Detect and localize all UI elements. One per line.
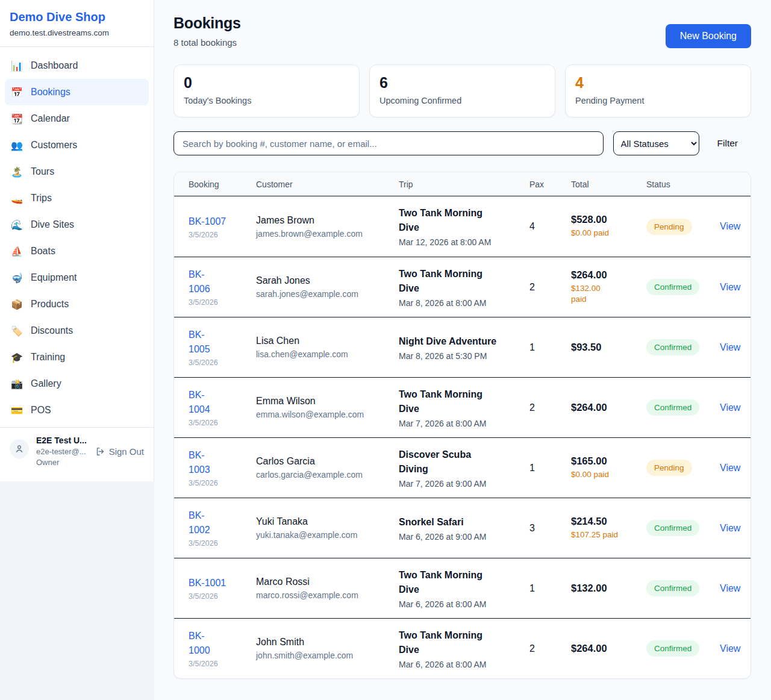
- customer-email: emma.wilson@example.com: [256, 410, 390, 419]
- credit-card-icon: 💳: [11, 405, 23, 416]
- view-link[interactable]: View: [720, 221, 740, 231]
- paid-amount: $132.00 paid: [571, 283, 638, 305]
- pax-count: 1: [529, 583, 571, 594]
- total-amount: $93.50: [571, 342, 638, 353]
- booking-id-link[interactable]: BK- 1005: [189, 328, 210, 357]
- total-amount: $165.00: [571, 455, 638, 467]
- booking-id-link[interactable]: BK- 1003: [189, 448, 210, 477]
- stats-row: 0 Today's Bookings 6 Upcoming Confirmed …: [173, 64, 751, 117]
- table-row: BK- 1000 3/5/2026 John Smith john.smith@…: [174, 618, 751, 678]
- customer-name: Lisa Chen: [256, 336, 390, 346]
- view-link[interactable]: View: [720, 342, 740, 352]
- booking-date: 3/5/2026: [189, 231, 248, 239]
- sidebar-item-equipment[interactable]: 🤿 Equipment: [5, 264, 149, 291]
- booking-id-link[interactable]: BK-1007: [189, 214, 226, 229]
- col-header-total: Total: [571, 180, 646, 189]
- stat-label: Pending Payment: [575, 96, 741, 105]
- table-header-row: Booking Customer Trip Pax Total Status: [174, 172, 751, 196]
- customer-name: James Brown: [256, 215, 390, 226]
- status-badge: Confirmed: [646, 339, 699, 355]
- trip-name: Discover Scuba Diving: [399, 448, 521, 477]
- trip-datetime: Mar 6, 2026 at 9:00 AM: [399, 532, 521, 542]
- sidebar-item-discounts[interactable]: 🏷️ Discounts: [5, 317, 149, 344]
- sidebar-item-dashboard[interactable]: 📊 Dashboard: [5, 52, 149, 79]
- sidebar-item-tours[interactable]: 🏝️ Tours: [5, 158, 149, 185]
- view-link[interactable]: View: [720, 402, 740, 413]
- sign-out-button[interactable]: Sign Out: [95, 446, 144, 457]
- sidebar-item-label: Gallery: [31, 378, 61, 389]
- sidebar-item-bookings[interactable]: 📅 Bookings: [5, 79, 149, 105]
- stat-value: 6: [379, 74, 545, 92]
- stat-value: 4: [575, 74, 741, 92]
- sidebar-item-pos[interactable]: 💳 POS: [5, 397, 149, 423]
- stat-value: 0: [184, 74, 349, 92]
- booking-date: 3/5/2026: [189, 660, 248, 668]
- trip-name: Two Tank Morning Dive: [399, 206, 521, 235]
- filter-button[interactable]: Filter: [709, 138, 751, 149]
- user-email: e2e-tester@...: [36, 447, 87, 456]
- sign-out-icon: [95, 446, 105, 457]
- sidebar-item-label: Boats: [31, 246, 55, 257]
- view-link[interactable]: View: [720, 282, 740, 292]
- person-icon: [14, 444, 24, 454]
- user-name: E2E Test U...: [36, 436, 87, 445]
- filter-row: All Statuses Filter: [173, 131, 751, 155]
- pax-count: 2: [529, 643, 571, 654]
- status-badge: Confirmed: [646, 520, 699, 536]
- pax-count: 4: [529, 221, 571, 232]
- brand-name: Demo Dive Shop: [10, 10, 144, 24]
- sidebar-item-trips[interactable]: 🚤 Trips: [5, 185, 149, 211]
- user-info: E2E Test U... e2e-tester@... Owner: [36, 436, 87, 467]
- sidebar-item-training[interactable]: 🎓 Training: [5, 344, 149, 370]
- sidebar-item-customers[interactable]: 👥 Customers: [5, 132, 149, 158]
- table-row: BK- 1005 3/5/2026 Lisa Chen lisa.chen@ex…: [174, 317, 751, 377]
- search-input[interactable]: [173, 131, 604, 155]
- booking-date: 3/5/2026: [189, 592, 248, 601]
- trip-datetime: Mar 6, 2026 at 8:00 AM: [399, 660, 521, 669]
- trip-name: Night Dive Adventure: [399, 334, 521, 349]
- sidebar-item-products[interactable]: 📦 Products: [5, 291, 149, 317]
- status-badge: Confirmed: [646, 399, 699, 416]
- customer-email: james.brown@example.com: [256, 229, 390, 239]
- booking-id-link[interactable]: BK-1001: [189, 576, 226, 590]
- sidebar-item-calendar[interactable]: 📆 Calendar: [5, 105, 149, 132]
- view-link[interactable]: View: [720, 643, 740, 654]
- booking-id-link[interactable]: BK- 1002: [189, 508, 210, 537]
- sidebar-item-dive-sites[interactable]: 🌊 Dive Sites: [5, 211, 149, 238]
- paid-amount: $107.25 paid: [571, 530, 638, 540]
- sidebar-item-label: Calendar: [31, 113, 70, 124]
- booking-date: 3/5/2026: [189, 479, 248, 487]
- paid-amount: $0.00 paid: [571, 228, 638, 239]
- view-link[interactable]: View: [720, 583, 740, 593]
- booking-id-link[interactable]: BK- 1004: [189, 388, 210, 417]
- sidebar-item-label: Equipment: [31, 272, 77, 283]
- sidebar-item-label: Products: [31, 299, 69, 310]
- camera-icon: 📸: [11, 378, 23, 390]
- col-header-pax: Pax: [529, 180, 571, 189]
- view-link[interactable]: View: [720, 463, 740, 473]
- total-amount: $214.50: [571, 516, 638, 527]
- booking-date: 3/5/2026: [189, 419, 248, 427]
- status-filter-select[interactable]: All Statuses: [613, 131, 699, 155]
- booking-date: 3/5/2026: [189, 539, 248, 548]
- avatar: [10, 439, 29, 458]
- view-link[interactable]: View: [720, 523, 740, 533]
- booking-id-link[interactable]: BK- 1006: [189, 267, 210, 296]
- table-row: BK- 1006 3/5/2026 Sarah Jones sarah.jone…: [174, 257, 751, 317]
- sidebar-item-gallery[interactable]: 📸 Gallery: [5, 370, 149, 397]
- table-row: BK- 1002 3/5/2026 Yuki Tanaka yuki.tanak…: [174, 498, 751, 558]
- customer-name: Yuki Tanaka: [256, 516, 390, 527]
- pax-count: 1: [529, 463, 571, 473]
- new-booking-button[interactable]: New Booking: [666, 24, 751, 48]
- sidebar-item-label: Dashboard: [31, 60, 78, 71]
- customer-name: John Smith: [256, 637, 390, 648]
- sidebar-item-label: Dive Sites: [31, 219, 74, 230]
- sidebar-item-boats[interactable]: ⛵ Boats: [5, 238, 149, 264]
- graduation-cap-icon: 🎓: [11, 352, 23, 363]
- sidebar-item-label: Bookings: [31, 87, 70, 98]
- stat-label: Upcoming Confirmed: [379, 96, 545, 105]
- booking-date: 3/5/2026: [189, 358, 248, 367]
- booking-id-link[interactable]: BK- 1000: [189, 629, 210, 658]
- trip-name: Two Tank Morning Dive: [399, 387, 521, 416]
- status-badge: Confirmed: [646, 279, 699, 295]
